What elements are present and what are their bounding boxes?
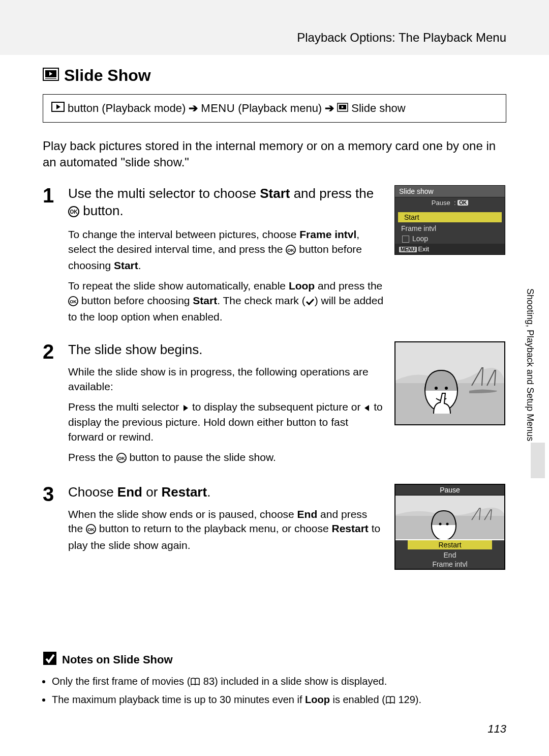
step-number: 1 — [43, 185, 59, 331]
sample-photo-illustration — [394, 341, 505, 425]
cam-item-frameintvl: Frame intvl — [395, 223, 505, 234]
ok-button-icon: OK — [68, 296, 78, 310]
svg-marker-15 — [184, 405, 188, 411]
svg-point-30 — [446, 523, 449, 526]
svg-point-29 — [439, 523, 442, 526]
arrow-icon: ➔ — [325, 102, 334, 115]
step-2: 2 The slide show begins. While the slide… — [43, 341, 506, 473]
caution-icon — [43, 651, 57, 668]
cam-pause-row: Pause : OK — [395, 197, 505, 208]
cam-item-loop: Loop — [395, 234, 505, 244]
svg-text:OK: OK — [70, 209, 78, 215]
side-tab: Shooting, Playback and Setup Menus — [524, 282, 536, 447]
step-paragraph: While the slide show is in progress, the… — [68, 365, 384, 394]
cam-exit-row: MENUExit — [395, 244, 505, 254]
cam-item-start: Start — [398, 212, 502, 222]
camera-screen-slideshow: Slide show Pause : OK Start Frame intvl … — [394, 185, 505, 255]
book-ref-icon — [385, 693, 395, 708]
left-triangle-icon — [363, 401, 371, 415]
menu-word: MENU — [201, 102, 235, 115]
svg-marker-5 — [56, 104, 60, 109]
slideshow-header-icon — [43, 66, 59, 85]
step-1: 1 Use the multi selector to choose Start… — [43, 185, 506, 331]
step-paragraph: Press the multi selector to display the … — [68, 400, 384, 444]
nav-path-text-1: button (Playback mode) — [68, 102, 186, 115]
nav-path: button (Playback mode) ➔ MENU (Playback … — [43, 94, 506, 123]
intro-text: Play back pictures stored in the interna… — [43, 138, 506, 171]
cam-title: Slide show — [395, 186, 505, 197]
right-triangle-icon — [182, 401, 189, 415]
playback-button-icon — [51, 102, 65, 115]
ok-button-icon: OK — [286, 244, 296, 258]
ok-button-icon: OK — [116, 452, 127, 467]
note-item: Only the first frame of movies ( 83) inc… — [52, 674, 506, 690]
arrow-icon: ➔ — [189, 102, 198, 115]
camera-screen-pause: Pause Restart End — [394, 484, 505, 570]
page-number: 113 — [487, 722, 506, 736]
book-ref-icon — [190, 675, 200, 690]
svg-text:OK: OK — [70, 299, 77, 304]
svg-point-22 — [435, 387, 438, 390]
step-paragraph: Press the OK button to pause the slide s… — [68, 450, 384, 467]
step-heading: Choose End or Restart. — [68, 484, 384, 501]
pause-opt-end: End — [395, 550, 504, 560]
svg-text:OK: OK — [118, 456, 125, 461]
step-3: 3 Choose End or Restart. When the slide … — [43, 484, 506, 570]
checkmark-icon — [306, 295, 315, 309]
page-breadcrumb: Playback Options: The Playback Menu — [43, 31, 506, 45]
svg-text:OK: OK — [288, 247, 295, 252]
svg-marker-16 — [364, 405, 369, 411]
svg-rect-3 — [45, 78, 56, 79]
side-tab-marker — [531, 443, 545, 478]
notes-heading: Notes on Slide Show — [43, 651, 506, 668]
pause-title: Pause — [395, 485, 504, 496]
notes-section: Notes on Slide Show Only the first frame… — [43, 651, 506, 710]
step-heading: The slide show begins. — [68, 341, 384, 359]
step-paragraph: When the slide show ends or is paused, c… — [68, 507, 384, 553]
slideshow-small-icon — [337, 102, 348, 115]
page-title: Slide Show — [43, 66, 506, 85]
step-number: 3 — [43, 484, 59, 570]
step-number: 2 — [43, 341, 59, 473]
pause-opt-frameintvl: Frame intvl — [395, 560, 504, 569]
ok-button-icon: OK — [68, 205, 79, 222]
svg-rect-31 — [43, 652, 56, 665]
page-title-text: Slide Show — [64, 66, 151, 85]
nav-path-text-2: (Playback menu) — [238, 102, 322, 115]
ok-button-icon: OK — [86, 524, 96, 538]
note-item: The maximum playback time is up to 30 mi… — [52, 692, 506, 708]
pause-opt-restart: Restart — [408, 540, 492, 549]
step-heading: Use the multi selector to choose Start a… — [68, 185, 384, 222]
svg-text:OK: OK — [87, 527, 95, 532]
svg-point-23 — [445, 387, 448, 390]
nav-path-text-3: Slide show — [351, 102, 405, 115]
